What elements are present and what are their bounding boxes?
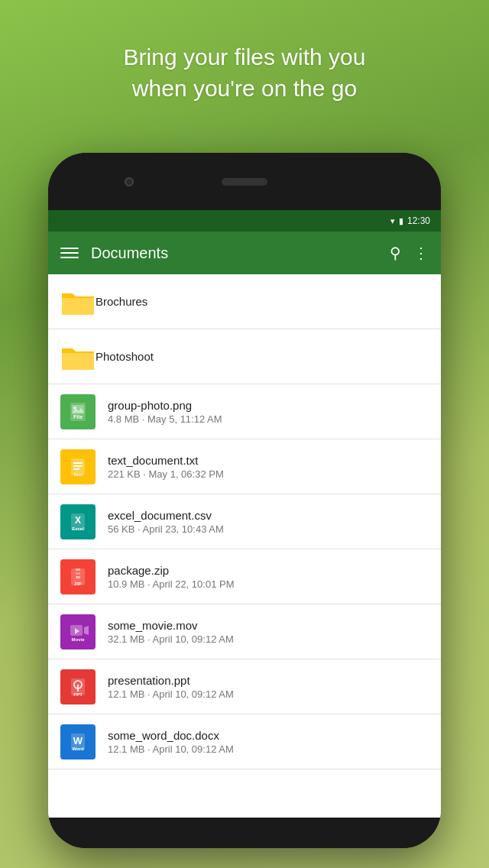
file-icon-docx: W Word <box>60 724 96 760</box>
tagline: Bring your files with you when you're on… <box>0 42 489 104</box>
phone-top-bezel <box>48 153 441 210</box>
file-package-meta: 10.9 MB · April 22, 10:01 PM <box>108 578 429 590</box>
phone-camera <box>125 177 134 186</box>
tagline-line1: Bring your files with you <box>124 44 366 70</box>
phone: ▾ ▮ 12:30 Documents ⚲ ⋮ <box>48 153 441 848</box>
search-icon[interactable]: ⚲ <box>390 244 401 262</box>
status-bar: ▾ ▮ 12:30 <box>48 210 441 232</box>
svg-rect-0 <box>62 298 94 315</box>
file-package-name: package.zip <box>108 564 429 577</box>
file-word-doc-meta: 12.1 MB · April 10, 09:12 AM <box>108 743 429 755</box>
phone-screen: ▾ ▮ 12:30 Documents ⚲ ⋮ <box>48 210 441 818</box>
svg-rect-15 <box>76 568 80 571</box>
folder-icon <box>60 287 96 317</box>
file-word-doc-name: some_word_doc.docx <box>108 729 429 742</box>
file-text-doc-name: text_document.txt <box>108 454 429 467</box>
svg-text:X: X <box>75 515 81 526</box>
list-item[interactable]: X Excel excel_document.csv 56 KB · April… <box>48 494 441 549</box>
file-movie-name: some_movie.mov <box>108 619 429 632</box>
list-item[interactable]: Movie some_movie.mov 32.1 MB · April 10,… <box>48 604 441 659</box>
list-item[interactable]: Brochures <box>48 274 441 329</box>
status-time: 12:30 <box>407 215 430 226</box>
folder-photoshoot-name: Photoshoot <box>96 350 429 363</box>
file-excel-doc-info: excel_document.csv 56 KB · April 23, 10:… <box>108 509 429 535</box>
file-ppt-info: presentation.ppt 12.1 MB · April 10, 09:… <box>108 674 429 700</box>
file-group-photo-meta: 4.8 MB · May 5, 11:12 AM <box>108 413 429 425</box>
wifi-icon: ▾ <box>390 216 395 226</box>
folder-brochures-name: Brochures <box>96 295 429 308</box>
svg-text:Movie: Movie <box>71 637 85 642</box>
file-text-doc-meta: 221 KB · May 1, 06:32 PM <box>108 468 429 480</box>
more-options-icon[interactable]: ⋮ <box>413 244 429 262</box>
folder-photoshoot-info: Photoshoot <box>96 350 429 363</box>
svg-rect-16 <box>76 572 80 575</box>
file-icon-txt: Text <box>60 449 96 484</box>
file-group-photo-info: group-photo.png 4.8 MB · May 5, 11:12 AM <box>108 399 429 425</box>
svg-text:ZIP: ZIP <box>74 581 81 586</box>
app-title: Documents <box>91 245 377 262</box>
file-group-photo-name: group-photo.png <box>108 399 429 412</box>
file-list: Brochures Photoshoot File <box>48 274 441 818</box>
file-icon-zip: ZIP <box>60 559 96 594</box>
file-package-info: package.zip 10.9 MB · April 22, 10:01 PM <box>108 564 429 590</box>
svg-rect-17 <box>76 576 80 578</box>
svg-marker-20 <box>84 626 89 635</box>
file-icon-png: File <box>60 394 96 429</box>
file-movie-info: some_movie.mov 32.1 MB · April 10, 09:12… <box>108 619 429 645</box>
svg-text:Text: Text <box>73 472 83 477</box>
svg-rect-4 <box>72 405 84 414</box>
svg-text:Excel: Excel <box>72 526 84 531</box>
folder-brochures-info: Brochures <box>96 295 429 308</box>
file-excel-doc-name: excel_document.csv <box>108 509 429 522</box>
phone-bottom-bezel <box>48 818 441 848</box>
list-item[interactable]: Text text_document.txt 221 KB · May 1, 0… <box>48 439 441 494</box>
svg-text:PPT: PPT <box>73 692 83 697</box>
file-movie-meta: 32.1 MB · April 10, 09:12 AM <box>108 633 429 645</box>
svg-text:W: W <box>73 735 83 747</box>
phone-speaker <box>222 178 267 186</box>
svg-text:Word: Word <box>72 747 84 751</box>
list-item[interactable]: ZIP package.zip 10.9 MB · April 22, 10:0… <box>48 549 441 604</box>
list-item[interactable]: Photoshoot <box>48 329 441 384</box>
app-bar-actions: ⚲ ⋮ <box>390 244 429 262</box>
file-ppt-meta: 12.1 MB · April 10, 09:12 AM <box>108 688 429 700</box>
file-word-doc-info: some_word_doc.docx 12.1 MB · April 10, 0… <box>108 729 429 755</box>
status-icons: ▾ ▮ 12:30 <box>390 215 430 226</box>
list-item[interactable]: W Word some_word_doc.docx 12.1 MB · Apri… <box>48 714 441 769</box>
file-text-doc-info: text_document.txt 221 KB · May 1, 06:32 … <box>108 454 429 480</box>
tagline-line2: when you're on the go <box>132 76 357 101</box>
file-ppt-name: presentation.ppt <box>108 674 429 687</box>
file-icon-mov: Movie <box>60 614 96 649</box>
list-item[interactable]: File group-photo.png 4.8 MB · May 5, 11:… <box>48 384 441 439</box>
file-icon-ppt: PPT <box>60 669 96 704</box>
hamburger-menu-icon[interactable] <box>60 248 79 258</box>
file-excel-doc-meta: 56 KB · April 23, 10:43 AM <box>108 523 429 535</box>
svg-text:File: File <box>73 414 83 419</box>
app-bar: Documents ⚲ ⋮ <box>48 232 441 274</box>
svg-rect-1 <box>62 353 94 370</box>
folder-icon <box>60 342 96 372</box>
list-item[interactable]: PPT presentation.ppt 12.1 MB · April 10,… <box>48 659 441 714</box>
battery-icon: ▮ <box>399 216 403 226</box>
file-icon-csv: X Excel <box>60 504 96 539</box>
